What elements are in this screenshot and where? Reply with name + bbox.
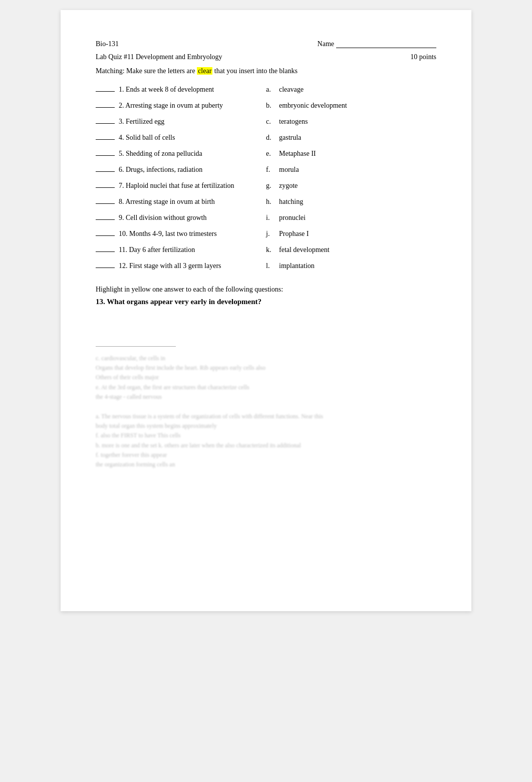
- answer-text-9: pronuclei: [279, 214, 306, 222]
- points-label: 10 points: [410, 53, 436, 61]
- blank-6[interactable]: [96, 171, 115, 172]
- answer-letter-6: f.: [266, 166, 276, 174]
- name-line[interactable]: [336, 48, 436, 48]
- match-item-left-7: 7. Haploid nuclei that fuse at fertiliza…: [96, 179, 266, 195]
- divider: [96, 346, 176, 347]
- match-text-6: 6. Drugs, infections, radiation: [119, 166, 202, 174]
- answer-item-10: j.Prophase I: [266, 227, 436, 243]
- answer-letter-7: g.: [266, 182, 276, 190]
- answer-item-4: d.gastrula: [266, 131, 436, 147]
- right-column: a.cleavageb.embryonic developmentc.terat…: [266, 83, 436, 276]
- answer-text-4: gastrula: [279, 134, 301, 142]
- answer-text-10: Prophase I: [279, 230, 309, 238]
- question-13: 13. What organs appear very early in dev…: [96, 298, 436, 306]
- instruction: Matching: Make sure the letters are clea…: [96, 67, 436, 75]
- match-item-left-6: 6. Drugs, infections, radiation: [96, 163, 266, 179]
- blank-4[interactable]: [96, 139, 115, 140]
- quiz-label: Lab Quiz #11 Development and Embryology: [96, 53, 222, 61]
- instruction-suffix: that you insert into the blanks: [212, 67, 298, 75]
- course-label: Bio-131: [96, 40, 119, 48]
- highlight-instruction: Highlight in yellow one answer to each o…: [96, 286, 436, 294]
- answer-text-2: embryonic development: [279, 102, 347, 110]
- answer-item-12: l.implantation: [266, 259, 436, 276]
- answer-item-8: h.hatching: [266, 195, 436, 211]
- blank-10[interactable]: [96, 235, 115, 236]
- name-label: Name: [318, 40, 334, 48]
- answer-letter-8: h.: [266, 198, 276, 206]
- answer-item-1: a.cleavage: [266, 83, 436, 99]
- match-text-9: 9. Cell division without growth: [119, 214, 206, 222]
- blank-7[interactable]: [96, 187, 115, 188]
- match-text-3: 3. Fertilized egg: [119, 118, 164, 126]
- blank-8[interactable]: [96, 203, 115, 204]
- blank-2[interactable]: [96, 107, 115, 108]
- match-item-left-3: 3. Fertilized egg: [96, 115, 266, 131]
- blank-3[interactable]: [96, 123, 115, 124]
- answer-text-1: cleavage: [279, 86, 304, 94]
- matching-section: 1. Ends at week 8 of development2. Arres…: [96, 83, 436, 276]
- answer-letter-1: a.: [266, 86, 276, 94]
- answer-text-5: Metaphase II: [279, 150, 316, 158]
- match-item-left-10: 10. Months 4-9, last two trimesters: [96, 227, 266, 243]
- instruction-highlight: clear: [197, 67, 212, 75]
- answer-item-6: f.morula: [266, 163, 436, 179]
- match-item-left-4: 4. Solid ball of cells: [96, 131, 266, 147]
- answer-text-12: implantation: [279, 262, 315, 270]
- match-item-left-11: 11. Day 6 after fertilization: [96, 243, 266, 259]
- match-item-left-2: 2. Arresting stage in ovum at puberty: [96, 99, 266, 115]
- blurred-section-2: a. The nervous tissue is a system of the…: [96, 412, 436, 469]
- answer-text-3: teratogens: [279, 118, 308, 126]
- answer-letter-10: j.: [266, 230, 276, 238]
- answer-text-6: morula: [279, 166, 299, 174]
- answer-item-5: e.Metaphase II: [266, 147, 436, 163]
- answer-item-11: k.fetal development: [266, 243, 436, 259]
- instruction-prefix: Matching: Make sure the letters are: [96, 67, 197, 75]
- match-text-4: 4. Solid ball of cells: [119, 134, 175, 142]
- answer-item-2: b.embryonic development: [266, 99, 436, 115]
- blank-1[interactable]: [96, 91, 115, 92]
- answer-item-3: c.teratogens: [266, 115, 436, 131]
- answer-item-7: g.zygote: [266, 179, 436, 195]
- left-column: 1. Ends at week 8 of development2. Arres…: [96, 83, 266, 276]
- match-text-2: 2. Arresting stage in ovum at puberty: [119, 102, 223, 110]
- match-text-12: 12. First stage with all 3 germ layers: [119, 262, 221, 270]
- match-text-10: 10. Months 4-9, last two trimesters: [119, 230, 217, 238]
- match-item-left-9: 9. Cell division without growth: [96, 211, 266, 227]
- answer-letter-2: b.: [266, 102, 276, 110]
- answer-text-8: hatching: [279, 198, 303, 206]
- blank-9[interactable]: [96, 219, 115, 220]
- subheader-row: Lab Quiz #11 Development and Embryology …: [96, 53, 436, 61]
- match-text-8: 8. Arresting stage in ovum at birth: [119, 198, 215, 206]
- answer-text-11: fetal development: [279, 246, 330, 254]
- answer-letter-11: k.: [266, 246, 276, 254]
- page: Bio-131 Name Lab Quiz #11 Development an…: [61, 10, 471, 611]
- match-text-1: 1. Ends at week 8 of development: [119, 86, 214, 94]
- blurred-text-2: a. The nervous tissue is a system of the…: [96, 412, 436, 469]
- answer-letter-4: d.: [266, 134, 276, 142]
- blank-5[interactable]: [96, 155, 115, 156]
- answer-text-7: zygote: [279, 182, 298, 190]
- match-text-11: 11. Day 6 after fertilization: [119, 246, 195, 254]
- match-item-left-12: 12. First stage with all 3 germ layers: [96, 259, 266, 276]
- answer-letter-3: c.: [266, 118, 276, 126]
- match-item-left-8: 8. Arresting stage in ovum at birth: [96, 195, 266, 211]
- match-item-left-5: 5. Shedding of zona pellucida: [96, 147, 266, 163]
- match-text-5: 5. Shedding of zona pellucida: [119, 150, 202, 158]
- blurred-text-1: c. cardiovascular, the cells inOrgans th…: [96, 354, 436, 402]
- header-row: Bio-131 Name: [96, 40, 436, 48]
- blank-11[interactable]: [96, 251, 115, 252]
- answer-letter-5: e.: [266, 150, 276, 158]
- name-area: Name: [318, 40, 436, 48]
- blank-12[interactable]: [96, 268, 115, 268]
- blurred-section-1: c. cardiovascular, the cells inOrgans th…: [96, 354, 436, 402]
- match-item-left-1: 1. Ends at week 8 of development: [96, 83, 266, 99]
- answer-letter-9: i.: [266, 214, 276, 222]
- match-text-7: 7. Haploid nuclei that fuse at fertiliza…: [119, 182, 234, 190]
- answer-item-9: i.pronuclei: [266, 211, 436, 227]
- answer-letter-12: l.: [266, 262, 276, 270]
